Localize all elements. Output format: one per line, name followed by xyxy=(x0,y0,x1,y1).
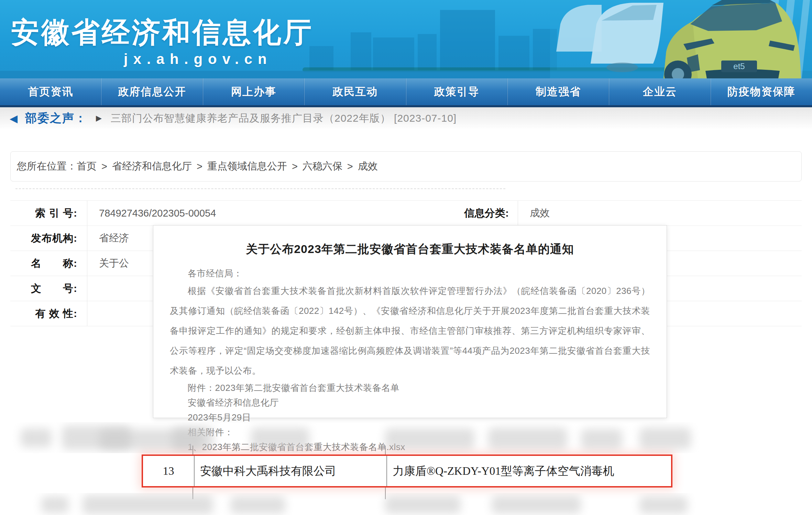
table-row: 索 引 号: 784927436/202305-00054 信息分类: 成效 xyxy=(10,200,802,226)
breadcrumb-item-results[interactable]: 成效 xyxy=(358,160,378,173)
news-ticker: ◀ 部委之声： ▶ 三部门公布智慧健康养老产品及服务推广目录（2022年版） [… xyxy=(0,107,812,129)
issuing-agency-label: 发布机构: xyxy=(10,231,77,245)
document-title: 关于公布2023年第二批安徽省首台套重大技术装备名单的通知 xyxy=(170,241,650,257)
ticker-headline-link[interactable]: 三部门公布智慧健康养老产品及服务推广目录（2022年版） [2023-07-10… xyxy=(111,111,457,125)
breadcrumb-separator: > xyxy=(197,161,202,172)
ticker-item-arrow-icon: ▶ xyxy=(96,114,102,123)
breadcrumb-item-home[interactable]: 首页 xyxy=(77,160,97,173)
nav-item-enterprise-cloud[interactable]: 企业云 xyxy=(609,78,711,105)
breadcrumb-item-six-stability[interactable]: 六稳六保 xyxy=(303,160,342,173)
info-category-label: 信息分类: xyxy=(440,206,509,220)
row-company: 安徽中科大禹科技有限公司 xyxy=(194,456,386,486)
breadcrumb: 您所在位置： 首页 > 省经济和信息化厅 > 重点领域信息公开 > 六稳六保 >… xyxy=(10,151,802,182)
site-title: 安徽省经济和信息化厅 xyxy=(11,14,314,52)
divider-dashed xyxy=(15,188,505,189)
breadcrumb-separator: > xyxy=(292,161,298,172)
row-index: 13 xyxy=(143,456,194,486)
main-nav: 首页资讯 政府信息公开 网上办事 政民互动 政策引导 制造强省 企业云 防疫物资… xyxy=(0,78,812,107)
blurred-rows-top xyxy=(10,422,802,453)
breadcrumb-item-department[interactable]: 省经济和信息化厅 xyxy=(112,160,192,173)
nav-item-policy[interactable]: 政策引导 xyxy=(406,78,508,105)
document-attachment-line: 附件：2023年第二批安徽省首台套重大技术装备名单 xyxy=(170,381,650,395)
nav-item-home[interactable]: 首页资讯 xyxy=(0,78,101,105)
document-salutation: 各市经信局： xyxy=(170,266,650,281)
doc-number-label: 文 号: xyxy=(10,282,77,296)
breadcrumb-item-key-info[interactable]: 重点领域信息公开 xyxy=(207,160,287,173)
blurred-rows-bottom xyxy=(10,493,802,515)
title-label: 名 称: xyxy=(10,256,77,271)
document-body: 根据《安徽省首台套重大技术装备首批次新材料首版次软件评定管理暂行办法》（皖经信装… xyxy=(170,281,650,381)
info-category-value: 成效 xyxy=(518,201,550,226)
ticker-label: 部委之声： xyxy=(25,110,87,126)
nav-item-interaction[interactable]: 政民互动 xyxy=(305,78,406,105)
index-number-label: 索 引 号: xyxy=(10,206,77,220)
document-issuer: 安徽省经济和信息化厅 xyxy=(170,395,650,410)
nav-item-epidemic-supplies[interactable]: 防疫物资保障 xyxy=(711,78,812,105)
site-url: jx.ah.gov.cn xyxy=(124,51,272,67)
site-banner: et5 安徽省经济和信息化厅 jx.ah.gov.cn xyxy=(0,0,812,78)
nav-item-manufacturing[interactable]: 制造强省 xyxy=(508,78,609,105)
page: et5 安徽省经济和信息化厅 jx.ah.gov.cn 首页资讯 政府信息公开 … xyxy=(0,0,812,515)
ticker-prev-icon[interactable]: ◀ xyxy=(10,112,18,124)
breadcrumb-separator: > xyxy=(101,161,107,172)
nav-item-gov-info[interactable]: 政府信息公开 xyxy=(101,78,203,105)
breadcrumb-separator: > xyxy=(347,161,353,172)
breadcrumb-prefix: 您所在位置： xyxy=(17,160,77,173)
highlighted-table-row: 13 安徽中科大禹科技有限公司 力康盾®Q-ZKDY-Y01型等离子体空气消毒机 xyxy=(142,454,672,487)
validity-label: 有 效 性: xyxy=(10,307,77,321)
notice-document: 关于公布2023年第二批安徽省首台套重大技术装备名单的通知 各市经信局： 根据《… xyxy=(153,225,667,418)
car-image: et5 xyxy=(550,0,812,78)
row-product: 力康盾®Q-ZKDY-Y01型等离子体空气消毒机 xyxy=(386,456,671,486)
nav-item-online-service[interactable]: 网上办事 xyxy=(203,78,305,105)
